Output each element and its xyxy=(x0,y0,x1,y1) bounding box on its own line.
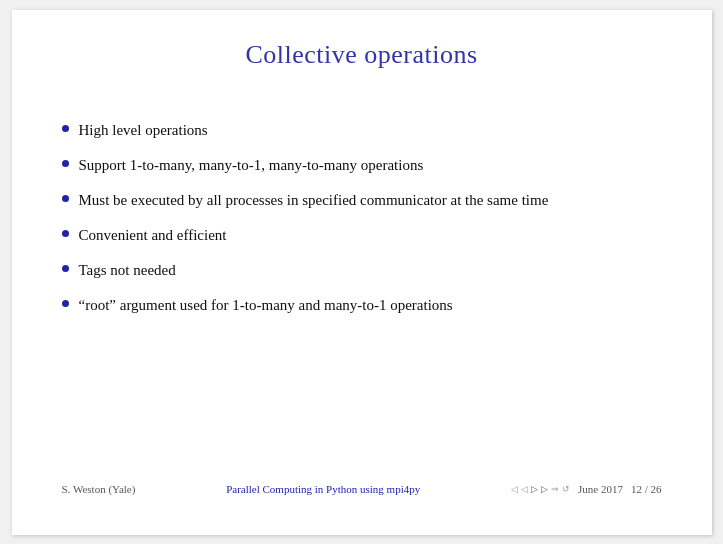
bullet-item-3: Convenient and efficient xyxy=(62,225,662,246)
nav-icon-2[interactable]: ◁ xyxy=(521,484,528,494)
bullet-dot-1 xyxy=(62,160,69,167)
bullet-text-5: “root” argument used for 1-to-many and m… xyxy=(79,295,453,316)
bullet-item-1: Support 1-to-many, many-to-1, many-to-ma… xyxy=(62,155,662,176)
bullet-item-4: Tags not needed xyxy=(62,260,662,281)
footer-date: June 2017 xyxy=(578,483,623,495)
bullet-text-0: High level operations xyxy=(79,120,208,141)
nav-icons: ◁ ◁ ▷ ▷ ⇒ ↺ xyxy=(511,484,570,494)
footer-page: 12 / 26 xyxy=(631,483,662,495)
nav-icon-5[interactable]: ⇒ xyxy=(551,484,559,494)
bullet-list: High level operationsSupport 1-to-many, … xyxy=(62,120,662,475)
footer-title: Parallel Computing in Python using mpi4p… xyxy=(226,483,420,495)
bullet-text-4: Tags not needed xyxy=(79,260,176,281)
bullet-item-5: “root” argument used for 1-to-many and m… xyxy=(62,295,662,316)
bullet-text-2: Must be executed by all processes in spe… xyxy=(79,190,549,211)
slide-footer: S. Weston (Yale) Parallel Computing in P… xyxy=(62,475,662,495)
bullet-item-2: Must be executed by all processes in spe… xyxy=(62,190,662,211)
bullet-dot-2 xyxy=(62,195,69,202)
bullet-dot-5 xyxy=(62,300,69,307)
nav-icon-6[interactable]: ↺ xyxy=(562,484,570,494)
bullet-dot-0 xyxy=(62,125,69,132)
footer-right: ◁ ◁ ▷ ▷ ⇒ ↺ June 2017 12 / 26 xyxy=(511,483,661,495)
bullet-text-3: Convenient and efficient xyxy=(79,225,227,246)
nav-icon-3[interactable]: ▷ xyxy=(531,484,538,494)
bullet-text-1: Support 1-to-many, many-to-1, many-to-ma… xyxy=(79,155,424,176)
slide: Collective operations High level operati… xyxy=(12,10,712,535)
bullet-dot-4 xyxy=(62,265,69,272)
bullet-item-0: High level operations xyxy=(62,120,662,141)
slide-title: Collective operations xyxy=(62,40,662,70)
bullet-dot-3 xyxy=(62,230,69,237)
nav-icon-1[interactable]: ◁ xyxy=(511,484,518,494)
nav-icon-4[interactable]: ▷ xyxy=(541,484,548,494)
footer-author: S. Weston (Yale) xyxy=(62,483,136,495)
